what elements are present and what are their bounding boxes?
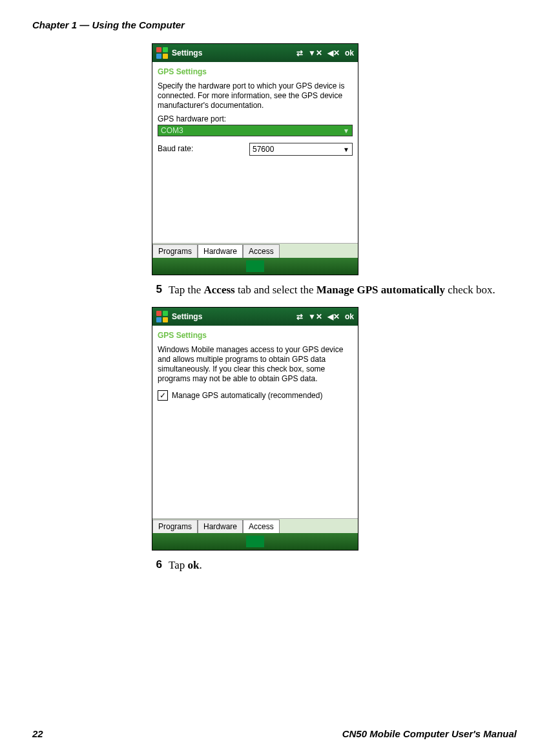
manual-title: CN50 Mobile Computer User's Manual [342,728,517,739]
tab-hardware[interactable]: Hardware [198,520,243,533]
step-text: Tap ok. [169,558,202,573]
title-text: Settings [172,48,202,58]
soft-key-bar [152,533,358,550]
baud-label: Baud rate: [158,144,193,153]
port-value: COM3 [161,126,183,135]
chevron-down-icon: ▼ [343,146,349,153]
screen-subtitle: GPS Settings [152,326,358,342]
title-bar: Settings ⇄ ▼✕ ◀✕ ok [152,308,358,326]
description-text: Specify the hardware port to which your … [158,81,353,110]
keyboard-icon[interactable] [246,536,264,547]
tab-access[interactable]: Access [243,520,280,533]
checkbox-label: Manage GPS automatically (recommended) [172,391,322,400]
connectivity-icon[interactable]: ⇄ [296,312,303,321]
step-5: 5 Tap the Access tab and select the Mana… [152,283,497,298]
port-dropdown[interactable]: COM3 ▼ [158,125,353,136]
step-number: 5 [152,283,162,296]
start-icon[interactable] [156,311,168,322]
baud-dropdown[interactable]: 57600 ▼ [249,143,353,156]
description-text: Windows Mobile manages access to your GP… [158,345,353,384]
page-number: 22 [32,728,43,739]
gps-access-screenshot: Settings ⇄ ▼✕ ◀✕ ok GPS Settings Windows… [152,307,358,551]
signal-icon[interactable]: ▼✕ [308,312,322,321]
connectivity-icon[interactable]: ⇄ [296,48,303,58]
volume-icon[interactable]: ◀✕ [327,312,340,321]
port-label: GPS hardware port: [158,114,353,123]
tab-bar: Programs Hardware Access [152,243,358,258]
signal-icon[interactable]: ▼✕ [308,48,322,58]
tab-bar: Programs Hardware Access [152,518,358,533]
ok-button[interactable]: ok [345,312,354,321]
gps-hardware-screenshot: Settings ⇄ ▼✕ ◀✕ ok GPS Settings Specify… [152,43,358,275]
title-bar: Settings ⇄ ▼✕ ◀✕ ok [152,44,358,62]
tab-access[interactable]: Access [243,244,280,258]
start-icon[interactable] [156,47,168,59]
step-6: 6 Tap ok. [152,558,497,573]
step-number: 6 [152,558,162,571]
volume-icon[interactable]: ◀✕ [327,48,340,58]
chapter-header: Chapter 1 — Using the Computer [32,19,517,30]
soft-key-bar [152,258,358,275]
page-footer: 22 CN50 Mobile Computer User's Manual [32,728,517,739]
title-text: Settings [172,312,202,321]
tab-programs[interactable]: Programs [152,244,198,258]
step-text: Tap the Access tab and select the Manage… [169,283,495,298]
screen-subtitle: GPS Settings [152,62,358,79]
manage-gps-checkbox[interactable]: ✓ [158,390,168,401]
chevron-down-icon: ▼ [343,127,349,134]
baud-value: 57600 [253,145,274,154]
tab-hardware[interactable]: Hardware [198,244,243,258]
tab-programs[interactable]: Programs [152,520,198,533]
ok-button[interactable]: ok [345,48,354,58]
keyboard-icon[interactable] [246,260,264,272]
